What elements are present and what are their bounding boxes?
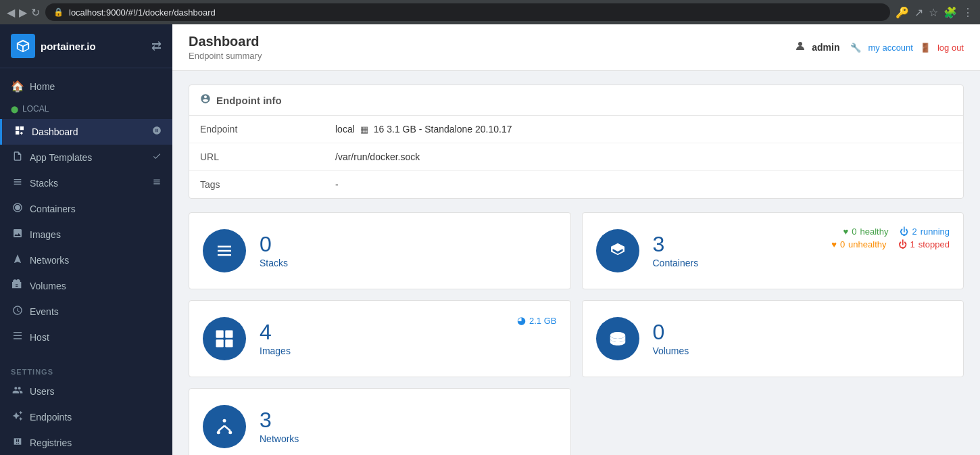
address-bar[interactable]: 🔒 localhost:9000/#!/1/docker/dashboard <box>45 3 890 21</box>
home-label: Home <box>30 81 55 92</box>
sidebar-item-volumes[interactable]: Volumes <box>0 273 172 299</box>
app-templates-icon <box>11 151 24 164</box>
sidebar-item-dashboard[interactable]: Dashboard <box>0 119 172 145</box>
stopped-label: stopped <box>918 239 950 249</box>
svg-rect-3 <box>216 339 224 347</box>
svg-point-7 <box>217 431 220 434</box>
page-title: Dashboard <box>189 34 262 49</box>
networks-icon <box>11 254 24 267</box>
endpoint-row-tags: Tags - <box>189 171 963 198</box>
sidebar-item-containers[interactable]: Containers <box>0 196 172 222</box>
images-icon <box>11 228 24 241</box>
events-label: Events <box>30 306 59 317</box>
unhealthy-meta: ♥ 0 unhealthy ⏻ 1 stopped <box>831 239 950 249</box>
users-label: Users <box>30 386 55 397</box>
browser-actions: 🔑 ↗ ☆ 🧩 ⋮ <box>896 6 973 19</box>
local-label: LOCAL <box>22 104 49 114</box>
extension-icon: 🧩 <box>944 6 957 19</box>
dashboard-body: Endpoint info Endpoint local ▦ 16 3.1 GB… <box>172 71 980 455</box>
transfer-icon[interactable]: ⇄ <box>151 39 162 53</box>
header-right: admin 🔧 my account 🚪 log out <box>794 40 964 55</box>
stacks-stat-card[interactable]: 0 Stacks <box>189 212 571 289</box>
registries-label: Registries <box>30 437 72 448</box>
sidebar-item-users[interactable]: Users <box>0 379 172 404</box>
endpoints-icon <box>11 410 24 424</box>
healthy-label: healthy <box>860 226 888 237</box>
images-stat-card[interactable]: 4 Images ◕ 2.1 GB <box>189 300 571 377</box>
forward-button[interactable]: ▶ <box>19 6 27 19</box>
networks-info: 3 Networks <box>260 409 299 444</box>
log-out-link[interactable]: log out <box>937 43 964 53</box>
sidebar-item-endpoints[interactable]: Endpoints <box>0 404 172 430</box>
sidebar-item-images[interactable]: Images <box>0 222 172 247</box>
admin-links: 🔧 my account 🚪 log out <box>850 43 964 53</box>
browser-bar: ◀ ▶ ↻ 🔒 localhost:9000/#!/1/docker/dashb… <box>0 0 980 24</box>
reload-button[interactable]: ↻ <box>31 6 40 19</box>
svg-point-8 <box>228 431 232 434</box>
main-content: Dashboard Endpoint summary admin 🔧 my ac… <box>172 24 980 455</box>
containers-count: 3 <box>653 233 699 255</box>
endpoint-label-endpoint: Endpoint <box>200 124 335 135</box>
events-icon <box>11 305 24 318</box>
sidebar-item-registries[interactable]: Registries <box>0 430 172 455</box>
svg-line-9 <box>218 426 224 431</box>
containers-info: 3 Containers <box>653 233 699 268</box>
star-icon[interactable]: ☆ <box>929 6 938 19</box>
endpoint-value-tags: - <box>335 179 339 190</box>
networks-count: 3 <box>260 409 299 431</box>
sidebar-logo: portainer.io ⇄ <box>0 24 172 68</box>
endpoint-label-url: URL <box>200 151 335 162</box>
dashboard-nav-icon <box>152 126 162 138</box>
volumes-info: 0 Volumes <box>653 321 689 356</box>
volumes-icon-circle <box>596 317 639 360</box>
images-label: Images <box>30 229 61 240</box>
containers-icon-circle <box>596 229 639 272</box>
browser-nav: ◀ ▶ ↻ <box>7 6 40 19</box>
stats-grid: 0 Stacks 3 Containers <box>189 212 964 377</box>
page-subtitle: Endpoint summary <box>189 51 262 61</box>
cpu-icon: ▦ <box>360 124 368 135</box>
running-label: running <box>921 226 950 237</box>
my-account-link[interactable]: my account <box>868 43 912 53</box>
containers-stat-card[interactable]: 3 Containers ♥ 0 healthy ⏻ 2 running <box>582 212 964 289</box>
endpoint-row-url: URL /var/run/docker.sock <box>189 143 963 171</box>
admin-area: admin <box>794 40 839 55</box>
content-header: Dashboard Endpoint summary admin 🔧 my ac… <box>172 24 980 71</box>
volumes-label: Volumes <box>30 281 66 291</box>
share-icon: ↗ <box>914 6 923 19</box>
stacks-nav-icon <box>152 177 162 189</box>
svg-rect-1 <box>216 331 224 338</box>
home-icon: 🏠 <box>11 80 24 93</box>
app-templates-label: App Templates <box>30 152 92 163</box>
sidebar-item-stacks[interactable]: Stacks <box>0 170 172 196</box>
stacks-info: 0 Stacks <box>260 233 288 268</box>
networks-stat-card[interactable]: 3 Networks <box>189 388 571 455</box>
sidebar: portainer.io ⇄ 🏠 Home ⬤ LOCAL <box>0 24 172 455</box>
settings-section-header: SETTINGS <box>0 361 172 379</box>
sidebar-item-events[interactable]: Events <box>0 299 172 325</box>
logo-text: portainer.io <box>41 41 96 52</box>
stacks-icon-circle <box>203 229 246 272</box>
app-templates-nav-icon <box>152 151 162 164</box>
sidebar-item-app-templates[interactable]: App Templates <box>0 145 172 170</box>
endpoint-local-text: local <box>335 124 355 135</box>
host-icon <box>11 331 24 344</box>
endpoint-label-tags: Tags <box>200 179 335 190</box>
images-size-meta: ◕ 2.1 GB <box>517 314 556 327</box>
endpoint-extra: 16 3.1 GB - Standalone 20.10.17 <box>374 124 512 135</box>
sidebar-item-home[interactable]: 🏠 Home <box>0 74 172 99</box>
unhealthy-icon: ♥ <box>831 239 837 249</box>
volumes-stat-card[interactable]: 0 Volumes <box>582 300 964 377</box>
admin-icon <box>794 40 806 55</box>
networks-icon-circle <box>203 405 246 448</box>
svg-point-0 <box>798 42 802 46</box>
logo-area: portainer.io <box>11 34 96 58</box>
dashboard-icon <box>13 125 26 139</box>
back-button[interactable]: ◀ <box>7 6 15 19</box>
sidebar-item-networks[interactable]: Networks <box>0 247 172 273</box>
svg-point-5 <box>610 332 625 339</box>
sidebar-item-host[interactable]: Host <box>0 325 172 350</box>
menu-icon[interactable]: ⋮ <box>962 6 973 19</box>
stats-bottom: 3 Networks <box>189 388 964 455</box>
svg-rect-4 <box>225 339 232 347</box>
